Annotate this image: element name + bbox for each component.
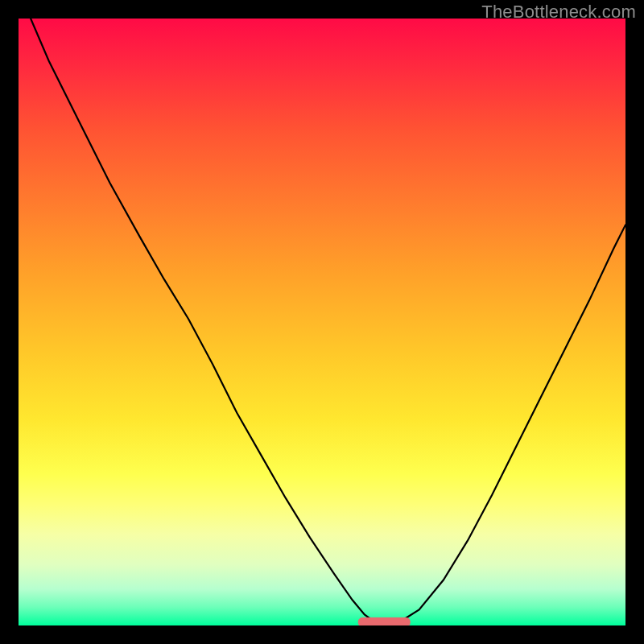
plot-area <box>19 19 625 625</box>
curve-right <box>401 225 625 621</box>
min-marker <box>358 617 410 625</box>
watermark-text: TheBottleneck.com <box>481 2 636 23</box>
chart-svg <box>19 19 625 625</box>
bottleneck-curve <box>31 19 625 621</box>
curve-left <box>31 19 374 621</box>
chart-frame: TheBottleneck.com <box>0 0 644 644</box>
